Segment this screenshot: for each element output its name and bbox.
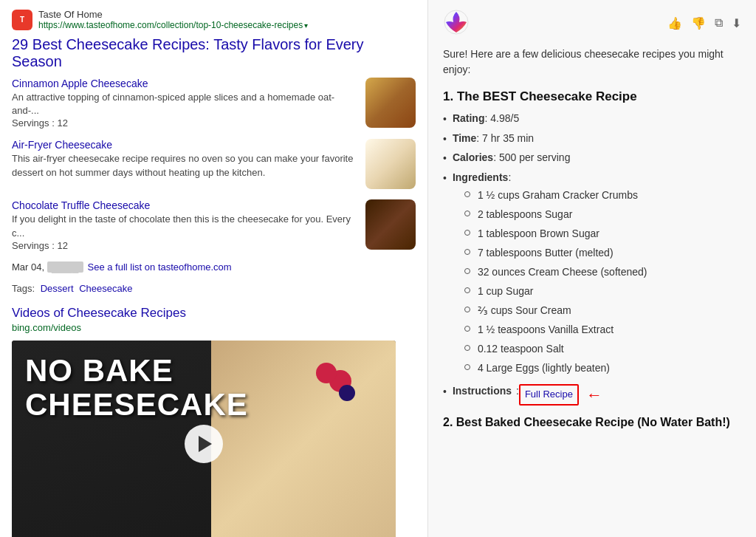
- recipe-link-1[interactable]: Cinnamon Apple Cheesecake: [12, 78, 358, 89]
- videos-source[interactable]: bing.com/videos: [12, 322, 416, 333]
- date-label: Mar 04, ████: [12, 261, 83, 273]
- download-icon[interactable]: ⬇: [732, 16, 741, 30]
- thumbs-up-icon[interactable]: 👍: [667, 16, 682, 30]
- videos-section-title[interactable]: Videos of Cheesecake Recipes: [12, 306, 416, 321]
- recipe-desc-2: This air-fryer cheesecake recipe require…: [12, 152, 358, 179]
- source-name: Taste Of Home: [38, 9, 308, 20]
- calories-label: Calories: [453, 151, 493, 163]
- recipe1-title: 1. The BEST Cheesecake Recipe: [443, 89, 741, 104]
- bullet-instructions: • Instructions: Full Recipe ←: [443, 384, 741, 407]
- recipe-item-1: Cinnamon Apple Cheesecake An attractive …: [12, 78, 416, 129]
- ingredient-7: ⅔ cups Sour Cream: [464, 303, 741, 318]
- source-info: Taste Of Home https://www.tasteofhome.co…: [38, 9, 308, 30]
- red-arrow-icon: ←: [586, 384, 602, 407]
- instructions-label: Instructions: [453, 384, 512, 399]
- tags-label: Tags:: [12, 283, 35, 294]
- ingredient-1: 1 ½ cups Graham Cracker Crumbs: [464, 188, 741, 203]
- ingredient-10: 4 Large Eggs (lightly beaten): [464, 360, 741, 376]
- right-panel: 👍 👎 ⧉ ⬇ Sure! Here are a few delicious c…: [428, 0, 756, 537]
- source-header: T Taste Of Home https://www.tasteofhome.…: [12, 9, 416, 30]
- recipe-thumb-2: [365, 139, 416, 189]
- video-thumbnail[interactable]: NO BAKE CHEESECAKE: [12, 341, 396, 537]
- recipe-desc-3: If you delight in the taste of chocolate…: [12, 213, 358, 239]
- date-tags-row: Mar 04, ████ See a full list on tasteofh…: [12, 261, 416, 273]
- intro-text: Sure! Here are a few delicious cheesecak…: [443, 47, 741, 78]
- ingredient-4: 7 tablespoons Butter (melted): [464, 245, 741, 261]
- copilot-header: 👍 👎 ⧉ ⬇: [443, 9, 741, 38]
- see-full-link[interactable]: See a full list on tasteofhome.com: [88, 261, 232, 273]
- ingredient-5: 32 ounces Cream Cheese (softened): [464, 264, 741, 280]
- recipe-link-2[interactable]: Air-Fryer Cheesecake: [12, 139, 358, 151]
- recipe-item-3: Chocolate Truffle Cheesecake If you deli…: [12, 199, 416, 250]
- recipe-thumb-1: [365, 78, 416, 128]
- copy-icon[interactable]: ⧉: [715, 16, 723, 30]
- tags-row: Tags: Dessert Cheesecake: [12, 283, 416, 294]
- main-search-title[interactable]: 29 Best Cheesecake Recipes: Tasty Flavor…: [12, 36, 416, 70]
- copilot-logo: [443, 9, 470, 38]
- copilot-actions: 👍 👎 ⧉ ⬇: [667, 16, 741, 30]
- rating-value: : 4.98/5: [484, 112, 519, 124]
- recipe-item-2: Air-Fryer Cheesecake This air-fryer chee…: [12, 139, 416, 189]
- recipe-thumb-3: [365, 199, 416, 250]
- bullet-time: • Time: 7 hr 35 min: [443, 131, 741, 147]
- time-label: Time: [453, 132, 476, 144]
- video-text-overlay: NO BAKE CHEESECAKE: [25, 354, 248, 422]
- ingredient-9: 0.12 teaspoon Salt: [464, 341, 741, 357]
- time-value: : 7 hr 35 min: [476, 132, 534, 144]
- video-line1: NO BAKE: [25, 354, 248, 388]
- ingredient-8: 1 ½ teaspoons Vanilla Extract: [464, 322, 741, 338]
- calories-value: : 500 per serving: [493, 151, 570, 163]
- recipe-meta-3: Servings : 12: [12, 240, 358, 251]
- tag-cheesecake[interactable]: Cheesecake: [79, 283, 132, 294]
- tag-dessert[interactable]: Dessert: [41, 283, 74, 294]
- video-play-button[interactable]: [185, 425, 223, 463]
- ingredient-6: 1 cup Sugar: [464, 284, 741, 299]
- left-panel: T Taste Of Home https://www.tasteofhome.…: [0, 0, 428, 537]
- bullet-calories: • Calories: 500 per serving: [443, 151, 741, 166]
- recipe-link-3[interactable]: Chocolate Truffle Cheesecake: [12, 199, 358, 211]
- ingredient-2: 2 tablespoons Sugar: [464, 207, 741, 222]
- recipe-meta-1: Servings : 12: [12, 117, 358, 129]
- ingredients-colon: :: [508, 171, 511, 183]
- ingredient-3: 1 tablespoon Brown Sugar: [464, 226, 741, 242]
- source-url[interactable]: https://www.tasteofhome.com/collection/t…: [38, 20, 308, 30]
- full-recipe-link[interactable]: Full Recipe: [519, 384, 579, 405]
- thumbs-down-icon[interactable]: 👎: [691, 16, 706, 30]
- ingredients-label: Ingredients: [453, 171, 508, 183]
- ingredients-list: 1 ½ cups Graham Cracker Crumbs 2 tablesp…: [464, 188, 741, 376]
- bullet-ingredients: • Ingredients: 1 ½ cups Graham Cracker C…: [443, 171, 741, 380]
- recipe2-title: 2. Best Baked Cheesecake Recipe (No Wate…: [443, 416, 741, 429]
- recipe-desc-1: An attractive topping of cinnamon-spiced…: [12, 91, 358, 117]
- bullet-rating: • Rating: 4.98/5: [443, 112, 741, 127]
- recipe1-bullets: • Rating: 4.98/5 • Time: 7 hr 35 min • C…: [443, 112, 741, 407]
- video-line2: CHEESECAKE: [25, 388, 248, 422]
- source-icon: T: [12, 10, 32, 30]
- rating-label: Rating: [453, 112, 485, 124]
